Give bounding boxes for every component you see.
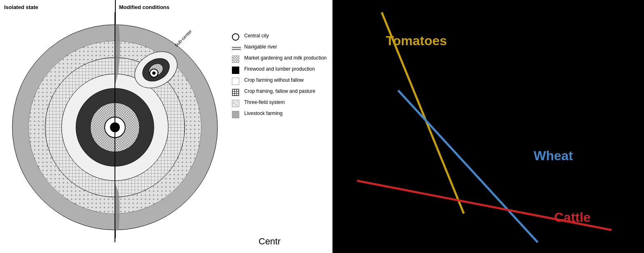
legend-icon-grid (232, 89, 241, 96)
legend-livestock: Livestock farming (232, 110, 330, 118)
legend-text-livestock: Livestock farming (244, 110, 282, 117)
svg-text:✦: ✦ (235, 104, 237, 106)
svg-text:Cattle: Cattle (554, 210, 591, 225)
svg-text:Tomatoes: Tomatoes (386, 33, 447, 48)
legend-firewood-lumber: Firewood and lumber production (232, 66, 330, 74)
legend-market-gardening: Market gardening and milk production (232, 55, 330, 63)
title-modified: Modified conditions (119, 4, 170, 10)
legend-icon-dotted (232, 55, 241, 63)
legend-text-navigable-river: Navigable river (244, 44, 277, 51)
svg-rect-39 (332, 0, 644, 253)
legend-navigable-river: Navigable river (232, 44, 330, 52)
bid-rent-chart: Tomatoes Wheat Cattle (332, 0, 644, 253)
svg-text:Sub-center: Sub-center (174, 29, 193, 48)
legend-crop-fallow: Crop framing, fallow and pasture (232, 88, 330, 96)
legend-icon-river (232, 44, 241, 52)
svg-point-24 (152, 71, 156, 75)
svg-text:Wheat: Wheat (534, 148, 573, 163)
left-panel: Isolated state Modified conditions (0, 0, 332, 253)
legend-text-three-field: Three-field system (244, 99, 285, 106)
title-isolated: Isolated state (4, 4, 38, 10)
legend-icon-gray (232, 111, 241, 118)
legend-text-firewood-lumber: Firewood and lumber production (244, 66, 315, 73)
right-panel: Tomatoes Wheat Cattle (332, 0, 644, 253)
legend-text-market-gardening: Market gardening and milk production (244, 55, 327, 62)
legend-text-central-city: Central city (244, 33, 269, 39)
legend-text-crop-fallow: Crop framing, fallow and pasture (244, 88, 315, 95)
legend-crop-no-fallow: Crop farming without fallow (232, 77, 330, 85)
legend-central-city: Central city (232, 33, 330, 41)
svg-text:✦: ✦ (233, 101, 235, 104)
legend-icon-white-border (232, 78, 241, 85)
legend-icon-circle (232, 33, 241, 41)
legend: Central city Navigable river Market gard… (232, 33, 330, 122)
von-thunen-diagram: Sub-center ✦ (0, 12, 230, 242)
bottom-partial-label: Centr (259, 236, 281, 247)
legend-three-field: ✦ ✦ ✦ Three-field system (232, 99, 330, 107)
legend-icon-scattered: ✦ ✦ ✦ (232, 100, 241, 107)
legend-text-crop-no-fallow: Crop farming without fallow (244, 77, 304, 84)
legend-icon-black (232, 67, 241, 74)
